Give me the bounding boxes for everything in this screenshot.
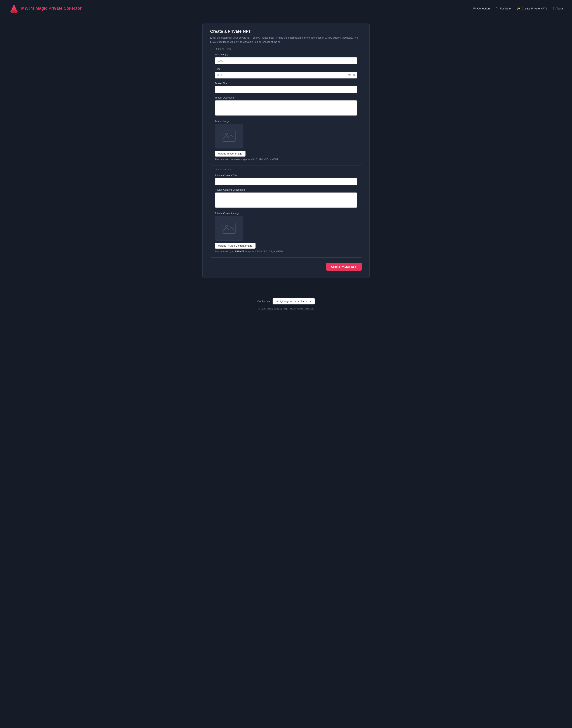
svg-rect-7 [223,223,235,234]
logo-icon [9,3,19,13]
private-hint-suffix: image as a PNG, JPG, GIF, or WEBP [244,250,283,253]
private-section-legend: Private NFT Info [213,168,234,171]
contact-label: Contact us: [257,300,271,303]
private-description-label: Private Content Description [215,188,357,191]
nav-about-label: About [556,7,563,10]
nav-create-nfts-label: Create Private NFTs [522,7,547,10]
footer-email-text: info@magicwizardtech.com [276,300,308,303]
for-sale-icon: 🗂 [496,7,499,10]
private-title-label: Private Content Title [215,174,357,177]
svg-rect-5 [223,131,235,142]
price-wrapper: MATIC [215,72,357,78]
nav: 👁 Collection 🗂 For Sale ✨ Create Private… [473,7,563,10]
teaser-upload-hint: Please upload the teaser image as a PNG,… [215,158,357,161]
teaser-description-input[interactable] [215,100,357,115]
create-private-nft-button[interactable]: Create Private NFT [326,263,362,270]
teaser-image-label: Teaser Image [215,120,357,123]
header: MWT's Magic Private Collector 👁 Collecti… [0,0,572,17]
upload-private-button[interactable]: Upload Private Content Image [215,243,256,249]
logo-area: MWT's Magic Private Collector [9,3,81,13]
nav-collection[interactable]: 👁 Collection [473,7,490,10]
create-nft-card: Create a Private NFT Enter the details f… [202,23,370,278]
private-hint-prefix: Please upload your [215,250,235,253]
svg-point-8 [225,225,228,228]
private-image-field: Private Content Image Upload Private Con… [215,212,357,253]
upload-teaser-button[interactable]: Upload Teaser Image [215,151,245,157]
create-btn-row: Create Private NFT [210,263,362,270]
nav-create-nfts[interactable]: ✨ Create Private NFTs [517,7,547,10]
teaser-description-field: Teaser Description [215,96,357,116]
footer-contact: Contact us: info@magicwizardtech.com ↗ [9,298,563,305]
page-description: Enter the details for your private NFT b… [210,36,362,44]
teaser-title-input[interactable] [215,86,357,93]
private-nft-section: Private NFT Info Private Content Title P… [210,170,362,257]
svg-point-2 [10,10,18,13]
private-title-input[interactable] [215,178,357,185]
footer: Contact us: info@magicwizardtech.com ↗ ©… [0,291,572,316]
teaser-description-label: Teaser Description [215,96,357,99]
teaser-title-field: Teaser Title [215,82,357,93]
about-icon: ℹ [553,7,554,10]
private-description-field: Private Content Description [215,188,357,209]
teaser-title-label: Teaser Title [215,82,357,85]
page-title: Create a Private NFT [210,29,362,34]
private-upload-hint: Please upload your PRIVATE image as a PN… [215,250,357,253]
nav-collection-label: Collection [477,7,490,10]
nav-for-sale-label: For Sale [500,7,511,10]
private-hint-bold: PRIVATE [235,250,244,253]
private-title-field: Private Content Title [215,174,357,185]
main-content: Create a Private NFT Enter the details f… [193,17,379,291]
footer-email-button[interactable]: info@magicwizardtech.com ↗ [273,298,314,305]
public-nft-section: Public NFT Info Total Supply Price MATIC… [210,49,362,165]
external-link-icon: ↗ [309,300,311,303]
logo-text: MWT's Magic Private Collector [21,6,81,11]
price-label: Price [215,68,357,70]
total-supply-label: Total Supply [215,53,357,56]
total-supply-field: Total Supply [215,53,357,64]
nav-for-sale[interactable]: 🗂 For Sale [496,7,511,10]
teaser-image-field: Teaser Image Upload Teaser Image Please … [215,120,357,161]
private-image-label: Private Content Image [215,212,357,215]
svg-point-6 [225,133,228,135]
public-section-legend: Public NFT Info [213,47,233,50]
private-image-placeholder-icon [222,223,236,234]
price-field: Price MATIC [215,68,357,78]
svg-point-4 [14,7,15,8]
teaser-image-preview [215,124,243,148]
private-image-preview [215,216,243,241]
nav-about[interactable]: ℹ About [553,7,563,10]
total-supply-input[interactable] [215,57,357,64]
svg-point-3 [12,8,13,9]
private-description-input[interactable] [215,192,357,208]
footer-copyright: © 2022 Magic Wizard Tech, Inc. All right… [9,308,563,310]
price-input[interactable] [215,72,357,78]
create-nfts-icon: ✨ [517,7,520,10]
teaser-image-placeholder-icon [222,131,236,142]
collection-icon: 👁 [473,7,476,10]
